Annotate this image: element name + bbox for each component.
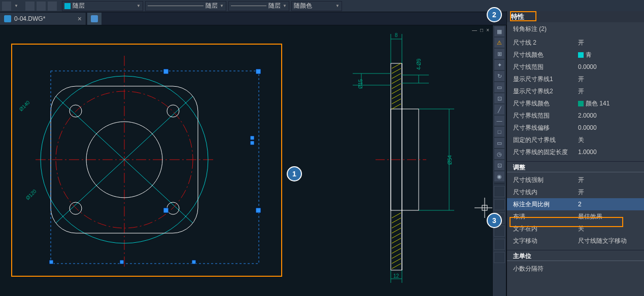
svg-line-44 [392, 264, 401, 269]
svg-line-33 [392, 104, 401, 109]
prop-value: 0.0000 [578, 63, 638, 70]
right-vertical-toolbar: ▦ ⚠ ⊞ ✦ ↻ ▭ ⊡ ╱ — □ ▭ ◷ ⊡ ◉ [492, 25, 506, 296]
prop-row[interactable]: 固定的尺寸界线 关 [507, 134, 644, 146]
prop-value: 关 [578, 136, 638, 144]
dimension-text: 8 [395, 32, 398, 38]
prop-label: 文字移动 [513, 237, 578, 245]
prop-value: 2.0000 [578, 112, 638, 119]
grid-icon[interactable] [25, 2, 35, 11]
palette-tile[interactable] [494, 252, 505, 263]
svg-line-41 [392, 248, 401, 253]
lineweight-dropdown[interactable]: 随层 ▼ [228, 1, 289, 11]
tool-time-icon[interactable]: ◷ [494, 149, 504, 159]
prop-row[interactable]: 尺寸界线偏移 0.0000 [507, 122, 644, 134]
palette-tile[interactable] [494, 186, 505, 197]
svg-line-37 [392, 228, 401, 233]
prop-label: 尺寸线内 [513, 188, 578, 197]
tool-rect-icon[interactable]: ▭ [494, 82, 504, 92]
prop-label: 尺寸界线颜色 [513, 99, 578, 108]
prop-row[interactable]: 尺寸界线范围 2.0000 [507, 109, 644, 122]
prop-row[interactable]: 显示尺寸界线2 开 [507, 85, 644, 97]
svg-line-34 [392, 213, 401, 218]
tool-star-icon[interactable]: ✦ [494, 60, 504, 70]
prop-value: 颜色 141 [578, 99, 638, 108]
svg-line-35 [392, 218, 401, 223]
prop-row-dimscale[interactable]: 标注全局比例 2 [507, 198, 644, 210]
section-header-adjust: 调整 [507, 161, 644, 172]
prop-row[interactable]: 尺寸线范围 0.0000 [507, 61, 644, 73]
annotation-1: 1 [287, 166, 302, 181]
dimension-text: 4-Ø9 [416, 58, 422, 70]
tool-snap-icon[interactable]: ⊞ [494, 49, 504, 59]
svg-line-38 [392, 233, 401, 238]
dimension-text: 12 [393, 273, 399, 279]
prop-row[interactable]: 尺寸界线颜色 颜色 141 [507, 97, 644, 109]
highlight-main-view [11, 44, 282, 277]
linetype-preview [148, 6, 204, 6]
tool-box-icon[interactable]: ⊡ [494, 93, 504, 103]
toolbar-button[interactable] [2, 2, 11, 11]
dropdown-label: 随颜色 [294, 2, 312, 10]
prop-value: 开 [578, 87, 638, 96]
svg-line-30 [392, 89, 401, 94]
palette-tile[interactable] [494, 239, 505, 250]
tool-wide-icon[interactable]: ▭ [494, 138, 504, 148]
prop-row[interactable]: 尺寸线强制 开 [507, 174, 644, 186]
highlight-properties-title [510, 11, 536, 21]
prop-value: 青 [578, 51, 638, 59]
svg-line-43 [392, 258, 401, 264]
svg-line-40 [392, 243, 401, 248]
prop-label: 固定的尺寸界线 [513, 136, 578, 144]
new-tab-button[interactable] [87, 13, 101, 25]
linetype-dropdown[interactable]: 随层 ▼ [145, 1, 226, 11]
dwg-file-icon [4, 15, 11, 22]
prop-row[interactable]: 尺寸线颜色 青 [507, 49, 644, 61]
grid-icon[interactable] [37, 2, 46, 11]
selection-info[interactable]: 转角标注 (2) [507, 22, 644, 35]
tool-warning-icon[interactable]: ⚠ [494, 38, 504, 48]
dropdown-label: 随层 [268, 2, 281, 10]
tool-grid-icon[interactable]: ▦ [494, 26, 504, 36]
prop-label: 尺寸线范围 [513, 63, 578, 71]
chevron-down-icon: ▼ [283, 4, 287, 8]
tool-square-icon[interactable]: □ [494, 127, 504, 137]
svg-line-27 [392, 73, 401, 79]
tool-line-icon[interactable]: ╱ [494, 104, 504, 115]
annotation-2: 2 [487, 7, 502, 22]
prop-value: 尺寸线随文字移动 [578, 237, 638, 245]
file-tab-label: 0-04.DWG* [14, 15, 45, 22]
chevron-down-icon[interactable]: ▼ [13, 2, 19, 11]
plotstyle-dropdown[interactable]: 随颜色 ▼ [291, 1, 342, 11]
chevron-down-icon: ▼ [220, 4, 224, 8]
file-tab[interactable]: 0-04.DWG* × [0, 13, 86, 25]
prop-label: 尺寸线颜色 [513, 51, 578, 59]
prop-row[interactable]: 尺寸线内 开 [507, 186, 644, 198]
prop-value: 1.0000 [578, 149, 638, 156]
prop-label: 小数分隔符 [513, 265, 578, 273]
close-tab-button[interactable]: × [78, 15, 82, 23]
tool-rotate-icon[interactable]: ↻ [494, 71, 504, 81]
dropdown-label: 随层 [206, 2, 218, 10]
plus-icon [91, 15, 98, 22]
svg-line-31 [392, 94, 401, 99]
dimension-text: Ø54 [447, 155, 453, 165]
chevron-down-icon: ▼ [335, 4, 340, 8]
svg-line-36 [392, 223, 401, 228]
prop-row[interactable]: 文字移动 尺寸线随文字移动 [507, 235, 644, 247]
palette-tile[interactable] [494, 199, 505, 210]
layer-dropdown[interactable]: 随层 ▼ [62, 1, 143, 11]
tool-fit-icon[interactable]: ⊡ [494, 160, 504, 170]
prop-row[interactable]: 尺寸界线的固定长度 1.0000 [507, 146, 644, 158]
prop-row[interactable]: 小数分隔符 [507, 263, 644, 275]
prop-label: 标注全局比例 [513, 200, 578, 209]
properties-panel: 特性 转角标注 (2) 尺寸线 2 开 尺寸线颜色 青 尺寸线范围 0.0000… [506, 11, 644, 296]
tool-dash-icon[interactable]: — [494, 116, 504, 126]
section-header-units: 主单位 [507, 250, 644, 261]
prop-row[interactable]: 显示尺寸界线1 开 [507, 73, 644, 85]
prop-row[interactable]: 尺寸线 2 开 [507, 36, 644, 49]
prop-value[interactable]: 2 [578, 201, 638, 208]
tool-target-icon[interactable]: ◉ [494, 171, 504, 181]
prop-label: 显示尺寸界线1 [513, 75, 578, 84]
svg-line-28 [392, 79, 401, 84]
grid-icon[interactable] [48, 2, 57, 11]
